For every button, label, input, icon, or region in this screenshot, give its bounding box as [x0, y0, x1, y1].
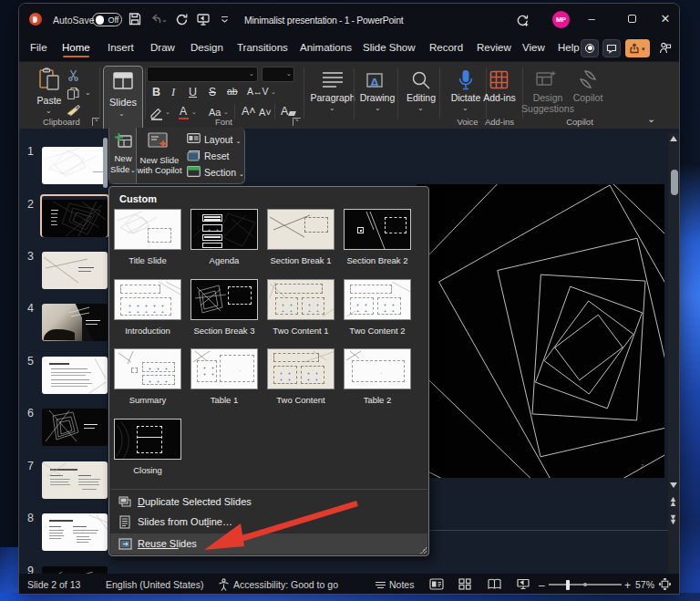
svg-text:A: A [370, 75, 380, 90]
